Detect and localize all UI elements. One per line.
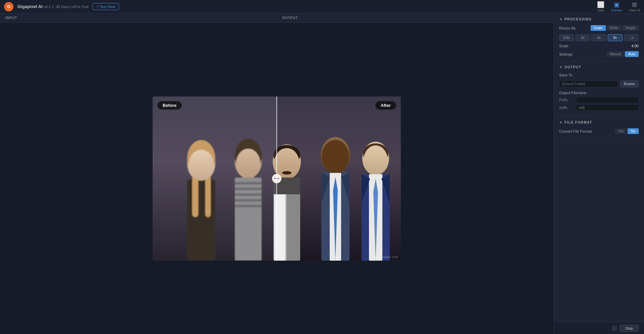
preview-icon: ▣ (614, 1, 620, 8)
output-filename-row: Output Filename (559, 91, 639, 95)
scale-btn-custom[interactable]: ...x (624, 34, 639, 41)
scale-btn-4x[interactable]: 4x (591, 34, 606, 41)
file-format-section: ▼ FILE FORMAT Convert File Format Yes No (554, 117, 644, 138)
buy-now-icon: ↗ (96, 4, 99, 9)
topbar: G Gigapixel AI v4.2.1, 30 Days Left in T… (0, 0, 644, 13)
right-sidebar: ▼ PROCESSING Resize By Scale Width Heigh… (553, 13, 644, 334)
svg-point-34 (364, 145, 388, 175)
yes-button[interactable]: Yes (615, 128, 627, 134)
file-format-header: ▼ FILE FORMAT (559, 121, 639, 124)
scale-label: Scale (559, 44, 569, 48)
before-label: Before (157, 101, 182, 110)
canvas-area[interactable]: ⟷ Before After www.rukpic.com (0, 23, 553, 334)
stop-button[interactable]: Stop (620, 325, 639, 332)
panel-header-row: INPUT OUTPUT (0, 13, 553, 23)
save-to-row: Save To (559, 73, 639, 77)
scale-btn-2x[interactable]: 2x (575, 34, 590, 41)
prefix-input[interactable] (576, 97, 639, 103)
output-section: ▼ OUTPUT Save To Browse Output Filename … (554, 61, 644, 117)
preview-button[interactable]: ▣ Preview (611, 1, 622, 12)
scale-buttons: 0.5x 2x 4x 6x ...x (559, 34, 639, 41)
scale-btn-0-5x[interactable]: 0.5x (559, 34, 574, 41)
convert-row: Convert File Format Yes No (559, 128, 639, 134)
clear-all-button[interactable]: ⊠ Clear All (629, 1, 640, 12)
resize-by-row: Resize By Scale Width Height (559, 25, 639, 31)
scale-value: 4.00 (632, 44, 639, 48)
no-button[interactable]: No (628, 128, 639, 134)
app-title: Gigapixel AI v4.2.1, 30 Days Left in Tri… (17, 4, 89, 9)
preview-label: Preview (611, 9, 622, 12)
clear-all-icon: ⊠ (632, 1, 637, 8)
source-folder-row: Browse (559, 80, 639, 87)
sidebar-spacer (554, 138, 644, 322)
open-icon: ⬜ (597, 1, 604, 8)
suffix-row: Suffix (559, 105, 639, 111)
processing-chevron: ▼ (559, 17, 562, 21)
scale-btn-6x[interactable]: 6x (608, 34, 623, 41)
resize-by-label: Resize By (559, 26, 576, 30)
open-button[interactable]: ⬜ Open (597, 1, 604, 12)
watermark: www.rukpic.com (374, 255, 398, 259)
svg-rect-24 (273, 178, 300, 194)
settings-label: Settings (559, 52, 573, 56)
settings-tab-auto[interactable]: Auto (625, 51, 639, 57)
svg-rect-40 (153, 96, 277, 261)
suffix-input[interactable] (576, 105, 639, 111)
svg-point-26 (322, 140, 349, 172)
suffix-label: Suffix (559, 106, 576, 110)
convert-label: Convert File Format (559, 129, 592, 133)
output-chevron: ▼ (559, 65, 562, 69)
processing-title: PROCESSING (565, 17, 592, 21)
prefix-row: Prefix (559, 97, 639, 103)
processing-section: ▼ PROCESSING Resize By Scale Width Heigh… (554, 13, 644, 61)
split-image[interactable]: ⟷ Before After www.rukpic.com (153, 96, 401, 261)
resize-tab-width[interactable]: Width (606, 25, 622, 31)
canvas-panels: INPUT OUTPUT (0, 13, 553, 334)
output-header: ▼ OUTPUT (559, 65, 639, 69)
open-label: Open (597, 9, 604, 12)
output-filename-label: Output Filename (559, 91, 586, 95)
app-logo: G (4, 2, 13, 11)
settings-row: Settings Manual Auto (559, 51, 639, 57)
sidebar-bottom-bar: Stop (554, 322, 644, 334)
browse-button[interactable]: Browse (620, 80, 639, 87)
file-format-chevron: ▼ (559, 121, 562, 124)
settings-tabs: Manual Auto (607, 51, 639, 57)
resize-tab-scale[interactable]: Scale (591, 25, 606, 31)
settings-tab-manual[interactable]: Manual (607, 51, 625, 57)
processing-header: ▼ PROCESSING (559, 17, 639, 21)
yes-no-buttons: Yes No (615, 128, 639, 134)
topbar-icon-group: ⬜ Open ▣ Preview ⊠ Clear All (597, 1, 640, 12)
save-to-label: Save To (559, 73, 573, 77)
file-format-title: FILE FORMAT (565, 121, 592, 124)
main-area: INPUT OUTPUT (0, 13, 644, 334)
after-label: After (375, 101, 396, 110)
resize-tab-height[interactable]: Height (622, 25, 639, 31)
svg-point-20 (282, 171, 291, 175)
prefix-label: Prefix (559, 98, 576, 102)
buy-now-button[interactable]: ↗ Buy Now (93, 3, 119, 10)
clear-all-label: Clear All (629, 9, 640, 12)
output-title: OUTPUT (565, 65, 581, 69)
resize-by-tabs: Scale Width Height (591, 25, 639, 31)
output-panel-header: OUTPUT (277, 13, 554, 22)
input-panel-header: INPUT (0, 13, 277, 22)
source-folder-input[interactable] (559, 80, 618, 87)
photo-svg (153, 96, 401, 261)
stop-row: Stop (612, 325, 639, 332)
stop-checkbox[interactable] (612, 326, 617, 331)
scale-value-row: Scale 4.00 (559, 44, 639, 48)
